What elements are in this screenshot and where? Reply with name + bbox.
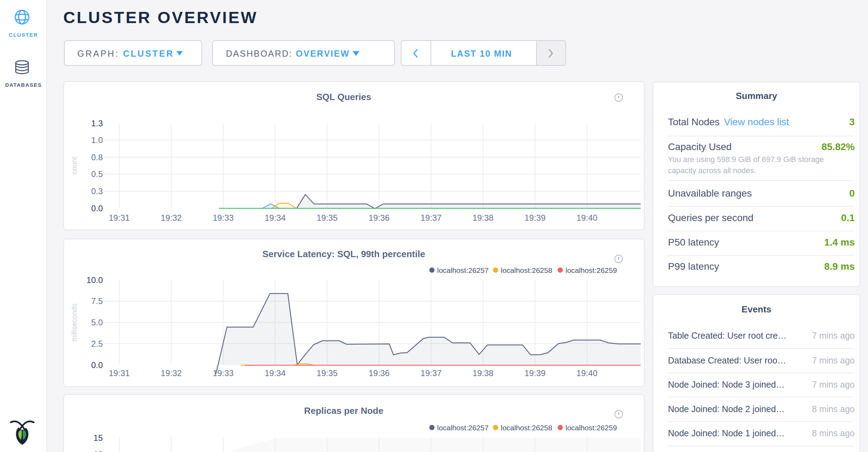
svg-text:15: 15	[93, 433, 103, 443]
svg-text:19:37: 19:37	[421, 213, 442, 223]
svg-text:localhost:26259: localhost:26259	[565, 424, 617, 432]
svg-text:localhost:26257: localhost:26257	[437, 424, 489, 432]
svg-text:19:31: 19:31	[109, 213, 130, 223]
svg-text:0.0: 0.0	[91, 204, 103, 213]
svg-text:localhost:26258: localhost:26258	[501, 424, 552, 432]
svg-text:19:33: 19:33	[213, 213, 234, 223]
svg-text:19:40: 19:40	[576, 213, 597, 223]
svg-text:19:34: 19:34	[265, 213, 286, 223]
svg-text:localhost:26259: localhost:26259	[565, 266, 617, 274]
svg-text:19:40: 19:40	[576, 368, 597, 378]
svg-text:19:32: 19:32	[161, 213, 182, 223]
svg-text:19:39: 19:39	[525, 213, 546, 223]
svg-text:19:36: 19:36	[369, 368, 390, 378]
svg-text:19:36: 19:36	[369, 213, 390, 223]
svg-text:19:34: 19:34	[265, 368, 286, 378]
svg-text:1.0: 1.0	[91, 135, 103, 145]
svg-text:10: 10	[93, 450, 103, 452]
svg-text:19:37: 19:37	[421, 368, 442, 378]
svg-text:19:32: 19:32	[161, 368, 182, 378]
svg-text:localhost:26258: localhost:26258	[501, 266, 552, 274]
svg-text:19:31: 19:31	[109, 368, 130, 378]
svg-text:2.5: 2.5	[91, 339, 103, 348]
svg-text:10.0: 10.0	[86, 275, 103, 285]
svg-text:count: count	[70, 157, 78, 174]
svg-text:0.5: 0.5	[91, 169, 103, 179]
svg-text:19:35: 19:35	[316, 213, 337, 223]
svg-text:0.0: 0.0	[91, 360, 103, 370]
svg-text:1.3: 1.3	[91, 119, 103, 128]
svg-text:19:38: 19:38	[472, 213, 493, 223]
svg-text:0.3: 0.3	[91, 186, 103, 196]
svg-text:7.5: 7.5	[91, 296, 103, 306]
svg-text:19:33: 19:33	[213, 368, 234, 378]
svg-text:19:38: 19:38	[472, 368, 493, 378]
svg-text:0.8: 0.8	[91, 153, 103, 162]
svg-text:milliseconds: milliseconds	[70, 304, 78, 342]
svg-text:19:39: 19:39	[525, 368, 546, 378]
svg-text:5.0: 5.0	[91, 318, 103, 327]
svg-text:localhost:26257: localhost:26257	[437, 266, 489, 274]
svg-text:19:35: 19:35	[316, 368, 337, 378]
